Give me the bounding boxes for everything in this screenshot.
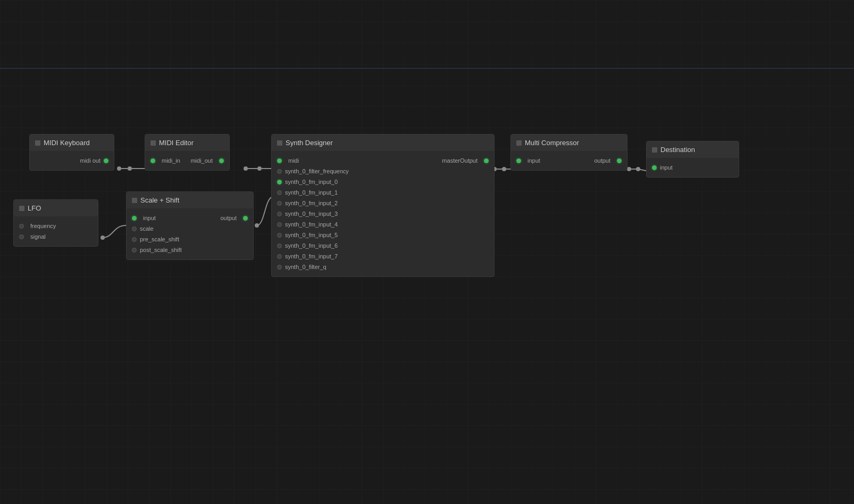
port-dot-lfo-frequency [19, 224, 24, 229]
port-row-fm4: synth_0_fm_input_4 [272, 219, 494, 230]
node-synth-designer-header: Synth Designer [272, 135, 494, 151]
port-dot-midi-out [104, 158, 108, 163]
port-label-midi-out: midi out [80, 157, 101, 164]
port-row-filter-q: synth_0_filter_q [272, 262, 494, 272]
port-row-compressor-io: input output [511, 155, 627, 166]
port-row-pre-scale-shift: pre_scale_shift [127, 234, 253, 245]
port-dot-fm6 [277, 243, 282, 248]
port-dot-scale [132, 226, 137, 231]
port-dot-fm0 [277, 180, 282, 184]
port-dot-fm3 [277, 212, 282, 216]
node-canvas[interactable]: LFO frequency signal MIDI Keyboard [0, 0, 854, 504]
port-label-compressor-output: output [594, 157, 610, 164]
port-label-fm4: synth_0_fm_input_4 [285, 221, 338, 228]
port-dot-fm2 [277, 201, 282, 206]
port-row-fm6: synth_0_fm_input_6 [272, 240, 494, 251]
node-multi-compressor-title: Multi Compressor [525, 139, 579, 147]
port-label-fm7: synth_0_fm_input_7 [285, 253, 338, 259]
node-midi-editor[interactable]: MIDI Editor midi_in midi_out [145, 134, 230, 171]
port-dot-lfo-signal [19, 234, 24, 239]
node-midi-keyboard-header: MIDI Keyboard [30, 135, 114, 151]
port-row-fm1: synth_0_fm_input_1 [272, 187, 494, 198]
port-dot-compressor-output [617, 158, 622, 163]
node-destination[interactable]: Destination input [646, 141, 739, 178]
node-midi-editor-icon [150, 140, 156, 146]
node-synth-designer[interactable]: Synth Designer midi masterOutput synth_0… [271, 134, 495, 277]
port-dot-scale-shift-output [243, 216, 248, 221]
port-row-scale-shift-input-output: input output [127, 213, 253, 223]
port-dot-filter-freq [277, 169, 282, 174]
port-label-pre-scale-shift: pre_scale_shift [140, 236, 179, 242]
node-lfo[interactable]: LFO frequency signal [13, 199, 98, 247]
port-label-scale-shift-output: output [220, 215, 237, 221]
port-dot-fm1 [277, 190, 282, 195]
port-row-lfo-frequency: frequency [14, 221, 98, 231]
port-label-synth-midi: midi [288, 157, 299, 164]
node-midi-editor-body: midi_in midi_out [145, 151, 229, 170]
port-row-destination-input: input [647, 162, 739, 173]
port-row-scale: scale [127, 223, 253, 234]
node-multi-compressor[interactable]: Multi Compressor input output [510, 134, 627, 171]
node-midi-keyboard-title: MIDI Keyboard [44, 139, 90, 147]
port-row-filter-freq: synth_0_filter_frequency [272, 166, 494, 177]
port-dot-fm5 [277, 233, 282, 238]
node-scale-shift-body: input output scale pre_scale_shift post_… [127, 208, 253, 259]
port-row-fm7: synth_0_fm_input_7 [272, 251, 494, 262]
port-label-midi-editor-out: midi_out [190, 157, 213, 164]
port-label-lfo-frequency: frequency [30, 223, 56, 229]
svg-point-14 [627, 167, 631, 171]
port-label-master-output: masterOutput [442, 157, 478, 164]
port-row-midi-editor-io: midi_in midi_out [145, 155, 229, 166]
node-synth-designer-title: Synth Designer [286, 139, 333, 147]
port-label-compressor-input: input [528, 157, 540, 164]
node-scale-shift-icon [132, 198, 137, 203]
port-label-fm3: synth_0_fm_input_3 [285, 211, 338, 217]
node-lfo-icon [19, 206, 24, 211]
node-multi-compressor-icon [516, 140, 522, 146]
svg-point-0 [117, 166, 121, 171]
svg-point-8 [255, 223, 259, 228]
port-label-fm2: synth_0_fm_input_2 [285, 200, 338, 206]
port-row-fm5: synth_0_fm_input_5 [272, 230, 494, 240]
node-destination-header: Destination [647, 141, 739, 158]
port-dot-compressor-input [516, 158, 521, 163]
port-label-fm5: synth_0_fm_input_5 [285, 232, 338, 238]
port-dot-fm7 [277, 254, 282, 259]
node-multi-compressor-body: input output [511, 151, 627, 170]
port-row-fm2: synth_0_fm_input_2 [272, 198, 494, 208]
port-label-post-scale-shift: post_scale_shift [140, 247, 182, 253]
node-midi-keyboard-icon [35, 140, 40, 146]
port-row-lfo-signal: signal [14, 231, 98, 242]
port-dot-filter-q [277, 265, 282, 270]
port-label-fm0: synth_0_fm_input_0 [285, 179, 338, 185]
node-destination-icon [652, 147, 657, 153]
svg-point-4 [244, 166, 248, 171]
node-destination-title: Destination [660, 146, 695, 154]
node-midi-keyboard-body: midi out [30, 151, 114, 170]
node-destination-body: input [647, 158, 739, 177]
port-row-fm3: synth_0_fm_input_3 [272, 208, 494, 219]
svg-point-9 [101, 236, 105, 240]
port-label-scale-shift-input: input [143, 215, 156, 221]
node-midi-editor-header: MIDI Editor [145, 135, 229, 151]
port-row-post-scale-shift: post_scale_shift [127, 245, 253, 255]
node-scale-shift[interactable]: Scale + Shift input output scale pre_sca… [126, 191, 254, 260]
port-label-fm6: synth_0_fm_input_6 [285, 242, 338, 249]
node-multi-compressor-header: Multi Compressor [511, 135, 627, 151]
port-dot-midi-in [150, 158, 155, 163]
port-row-fm0: synth_0_fm_input_0 [272, 177, 494, 187]
port-dot-pre-scale-shift [132, 237, 137, 242]
node-midi-editor-title: MIDI Editor [159, 139, 194, 147]
node-scale-shift-header: Scale + Shift [127, 192, 253, 208]
port-dot-fm4 [277, 222, 282, 227]
node-lfo-title: LFO [28, 204, 41, 212]
port-dot-scale-shift-input [132, 216, 137, 221]
port-label-destination-input: input [660, 164, 673, 171]
port-label-scale: scale [140, 225, 154, 232]
port-dot-destination-input [652, 165, 657, 170]
svg-point-16 [636, 167, 640, 171]
port-label-filter-q: synth_0_filter_q [285, 264, 326, 270]
port-label-lfo-signal: signal [30, 233, 46, 240]
port-dot-post-scale-shift [132, 248, 137, 253]
node-midi-keyboard[interactable]: MIDI Keyboard midi out [29, 134, 114, 171]
